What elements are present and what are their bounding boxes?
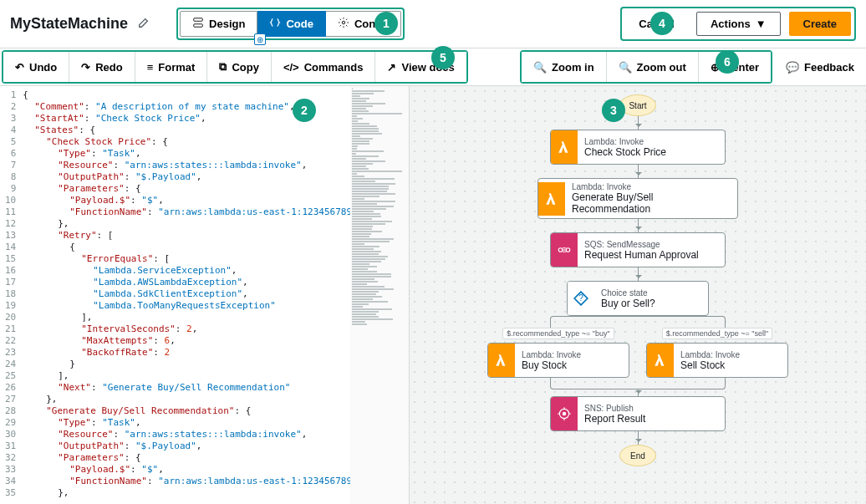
node-end-label: End	[630, 451, 645, 461]
zoom-out-icon: 🔍	[619, 61, 632, 74]
svg-point-2	[342, 21, 345, 24]
svg-text:?: ?	[578, 293, 583, 303]
node-label: Lambda: Invoke	[522, 350, 622, 359]
node-title: Buy Stock	[522, 359, 622, 371]
undo-icon: ↶	[15, 61, 24, 74]
node-check-stock[interactable]: Lambda: InvokeCheck Stock Price	[550, 130, 726, 165]
format-button[interactable]: ≡Format	[135, 52, 208, 82]
copy-button[interactable]: ⧉Copy	[207, 52, 272, 82]
node-label: SQS: SendMessage	[584, 240, 718, 249]
node-request-approval[interactable]: SQS: SendMessageRequest Human Approval	[550, 232, 726, 267]
edit-title-icon[interactable]	[138, 17, 150, 31]
callout-2: 2	[293, 99, 316, 122]
redo-button[interactable]: ↷Redo	[69, 52, 135, 82]
feedback-label: Feedback	[804, 61, 854, 74]
redo-label: Redo	[95, 61, 123, 74]
node-label: Lambda: Invoke	[584, 137, 718, 146]
graph-pane[interactable]: Start Lambda: InvokeCheck Stock Price La…	[410, 86, 866, 504]
copy-label: Copy	[232, 61, 259, 74]
branch-label-sell: $.recommended_type ~= "sell"	[662, 328, 772, 339]
lambda-icon	[647, 344, 674, 377]
line-gutter: 1234567891011121314151617181920212223242…	[0, 86, 23, 504]
create-button[interactable]: Create	[789, 12, 851, 36]
lambda-icon	[551, 130, 578, 164]
svg-point-7	[563, 412, 567, 416]
feedback-button[interactable]: 💬Feedback	[774, 48, 866, 85]
top-bar: MyStateMachine Design Code Config Cancel…	[0, 0, 866, 48]
actions-label: Actions	[711, 18, 751, 30]
page-title: MyStateMachine	[10, 15, 128, 33]
node-title: Sell Stock	[680, 359, 781, 371]
tab-design[interactable]: Design	[180, 11, 257, 37]
callout-3: 3	[602, 99, 625, 122]
commands-icon: </>	[283, 61, 299, 74]
callout-6: 6	[716, 50, 739, 74]
tab-design-label: Design	[209, 18, 245, 30]
content: 1234567891011121314151617181920212223242…	[0, 86, 866, 504]
add-panel-icon[interactable]: ⊕	[254, 33, 266, 45]
external-link-icon: ↗	[387, 61, 396, 74]
node-end[interactable]: End	[619, 445, 656, 466]
node-label: SNS: Publish	[584, 404, 718, 413]
svg-rect-0	[194, 18, 203, 22]
copy-icon: ⧉	[219, 60, 227, 74]
callout-5: 5	[431, 46, 455, 69]
node-title: Buy or Sell?	[601, 298, 701, 309]
node-label: Choice state	[601, 288, 701, 298]
zoom-in-button[interactable]: 🔍Zoom in	[522, 52, 607, 82]
svg-rect-1	[194, 24, 203, 28]
editor-toolbar: ↶Undo ↷Redo ≡Format ⧉Copy </>Commands ↗V…	[2, 50, 468, 84]
callout-1: 1	[374, 12, 398, 35]
format-label: Format	[158, 61, 195, 74]
editor-pane: 1234567891011121314151617181920212223242…	[0, 86, 410, 504]
design-icon	[192, 17, 204, 31]
redo-icon: ↷	[81, 61, 90, 74]
zoom-out-label: Zoom out	[637, 61, 686, 74]
lambda-icon	[538, 182, 565, 216]
commands-label: Commands	[304, 61, 364, 74]
undo-button[interactable]: ↶Undo	[3, 52, 69, 82]
zoom-out-button[interactable]: 🔍Zoom out	[607, 52, 699, 82]
mode-tabs: Design Code Config	[176, 8, 405, 40]
branch-label-buy: $.recommended_type ~= "buy"	[502, 328, 614, 339]
node-title: Report Result	[584, 413, 718, 425]
node-report-result[interactable]: SNS: PublishReport Result	[550, 396, 726, 431]
feedback-icon: 💬	[786, 61, 799, 74]
node-choice[interactable]: ? Choice stateBuy or Sell?	[567, 281, 709, 316]
tab-code-label: Code	[286, 18, 313, 30]
actions-dropdown[interactable]: Actions ▼	[696, 12, 781, 36]
code-icon	[269, 17, 281, 31]
commands-button[interactable]: </>Commands	[272, 52, 376, 82]
svg-point-3	[558, 248, 563, 252]
callout-4: 4	[650, 12, 674, 35]
caret-down-icon: ▼	[756, 18, 767, 30]
zoom-in-label: Zoom in	[552, 61, 594, 74]
node-buy-stock[interactable]: Lambda: InvokeBuy Stock	[487, 343, 629, 378]
node-label: Lambda: Invoke	[680, 350, 781, 359]
node-title: Check Stock Price	[584, 146, 718, 158]
choice-icon: ?	[568, 282, 594, 315]
minimap[interactable]	[350, 86, 409, 504]
svg-point-4	[566, 248, 570, 252]
sqs-icon	[551, 233, 578, 267]
node-label: Lambda: Invoke	[572, 182, 731, 191]
node-generate-rec[interactable]: Lambda: InvokeGenerate Buy/Sell Recommen…	[537, 178, 738, 219]
node-start-label: Start	[629, 101, 646, 110]
format-icon: ≡	[147, 61, 154, 74]
lambda-icon	[488, 344, 515, 377]
node-title: Request Human Approval	[584, 249, 718, 261]
code-editor[interactable]: {"Comment": "A description of my state m…	[23, 86, 350, 504]
node-sell-stock[interactable]: Lambda: InvokeSell Stock	[646, 343, 788, 378]
tab-code[interactable]: Code	[257, 11, 326, 37]
node-title: Generate Buy/Sell Recommendation	[572, 191, 731, 215]
undo-label: Undo	[29, 61, 57, 74]
zoom-in-icon: 🔍	[533, 61, 547, 74]
gear-icon	[338, 17, 349, 31]
graph-toolbar: 🔍Zoom in 🔍Zoom out ⊕Center 💬Feedback	[518, 48, 866, 85]
sns-icon	[551, 397, 578, 430]
